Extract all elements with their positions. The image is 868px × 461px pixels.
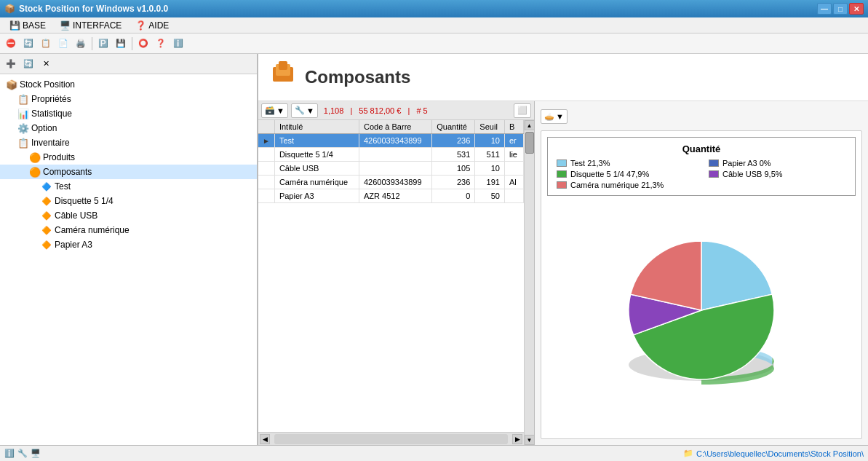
table-row[interactable]: Disquette 5 1/4 531 511 lie bbox=[258, 148, 524, 162]
option-icon: ⚙️ bbox=[17, 122, 29, 134]
row-arrow bbox=[258, 148, 274, 162]
tree-item-produits[interactable]: 🟠 Produits bbox=[0, 150, 257, 165]
tree-label-disquette: Disquette 5 1/4 bbox=[55, 196, 114, 206]
status-left: ℹ️ 🔧 🖥️ bbox=[4, 449, 41, 458]
stock-position-icon: 📦 bbox=[6, 79, 17, 90]
scroll-thumb[interactable] bbox=[525, 132, 534, 154]
tree-label-option: Option bbox=[31, 123, 57, 133]
status-path-text: C:\Users\blequellec\Documents\Stock Posi… bbox=[696, 449, 864, 458]
tree-item-camera[interactable]: 🔶 Caméra numérique bbox=[0, 223, 257, 237]
scroll-right-btn[interactable]: ▶ bbox=[512, 434, 522, 444]
table-expand-btn[interactable]: ⬜ bbox=[514, 103, 531, 118]
table-footer-scrollbar: ◀ ▶ bbox=[258, 432, 524, 445]
row-b: Al bbox=[504, 176, 523, 189]
chart-type-btn[interactable]: 🥧 ▼ bbox=[541, 109, 568, 124]
papier-icon: 🔶 bbox=[41, 239, 52, 251]
toolbar-info[interactable]: ℹ️ bbox=[170, 36, 186, 52]
menu-interface[interactable]: 🖥️ INTERFACE bbox=[53, 18, 127, 33]
menu-base[interactable]: 💾 BASE bbox=[3, 18, 52, 33]
table-tool-settings[interactable]: 🔧 ▼ bbox=[291, 103, 318, 118]
tree-label-produits: Produits bbox=[43, 152, 75, 162]
tree-item-cable-usb[interactable]: 🔶 Câble USB bbox=[0, 208, 257, 223]
svg-rect-2 bbox=[279, 61, 287, 70]
tree-label-proprietes: Propriétés bbox=[31, 94, 71, 104]
tree-area: 📦 Stock Position 📋 Propriétés 📊 Statisti… bbox=[0, 74, 257, 445]
tree-refresh-button[interactable]: 🔄 bbox=[20, 56, 36, 72]
right-panel: Composants 🗃️ ▼ 🔧 ▼ 1,108 bbox=[258, 54, 868, 445]
legend-label-cable: Câble USB 9,5% bbox=[722, 170, 783, 178]
legend-item-test: Test 21,3% bbox=[557, 159, 694, 168]
table-tool-filter[interactable]: 🗃️ ▼ bbox=[261, 103, 288, 118]
tree-add-button[interactable]: ➕ bbox=[3, 56, 19, 72]
tree-item-option[interactable]: ⚙️ Option bbox=[0, 121, 257, 135]
toolbar-p[interactable]: 🅿️ bbox=[95, 36, 111, 52]
legend-color-disquette bbox=[557, 170, 567, 178]
tree-item-papier[interactable]: 🔶 Papier A3 bbox=[0, 237, 257, 252]
statistique-icon: 📊 bbox=[17, 108, 29, 119]
tree-item-proprietes[interactable]: 📋 Propriétés bbox=[0, 92, 257, 106]
tree-item-composants[interactable]: 🟠 Composants bbox=[0, 165, 257, 179]
row-name: Caméra numérique bbox=[274, 176, 359, 189]
title-bar-left: 📦 Stock Position for Windows v1.0.0.0 bbox=[4, 4, 168, 14]
data-table[interactable]: Intitulé Code à Barre Quantité Seuil B bbox=[258, 120, 524, 432]
toolbar-help[interactable]: ❓ bbox=[153, 36, 169, 52]
toolbar-copy[interactable]: 📋 bbox=[38, 36, 54, 52]
row-name: Papier A3 bbox=[274, 189, 359, 203]
tree-item-inventaire[interactable]: 📋 Inventaire bbox=[0, 135, 257, 150]
col-qty: Quantité bbox=[432, 120, 475, 134]
stat-count: 1,108 bbox=[324, 106, 344, 115]
cable-icon: 🔶 bbox=[41, 210, 52, 221]
row-seuil: 50 bbox=[475, 189, 505, 203]
toolbar-refresh[interactable]: 🔄 bbox=[20, 36, 36, 52]
legend-color-test bbox=[557, 159, 567, 167]
toolbar-doc[interactable]: 📄 bbox=[55, 36, 71, 52]
minimize-button[interactable]: — bbox=[817, 3, 832, 15]
tree-item-test[interactable]: 🔷 Test bbox=[0, 179, 257, 194]
row-arrow: ► bbox=[258, 134, 274, 148]
toolbar-print[interactable]: 🖨️ bbox=[73, 36, 89, 52]
settings-icon: 🔧 bbox=[295, 106, 305, 115]
row-b: er bbox=[504, 134, 523, 148]
tree-label-test: Test bbox=[55, 181, 71, 192]
scroll-left-btn[interactable]: ◀ bbox=[260, 434, 270, 444]
status-monitor-icon: 🖥️ bbox=[31, 449, 41, 458]
filter-icon: 🗃️ bbox=[265, 106, 275, 115]
row-seuil: 511 bbox=[475, 148, 505, 162]
toolbar-save[interactable]: 💾 bbox=[113, 36, 129, 52]
table-row[interactable]: Caméra numérique 4260039343899 236 191 A… bbox=[258, 176, 524, 189]
row-name: Disquette 5 1/4 bbox=[274, 148, 359, 162]
legend-item-disquette: Disquette 5 1/4 47,9% bbox=[557, 170, 694, 178]
row-name: Test bbox=[274, 134, 359, 148]
table-row[interactable]: Câble USB 105 10 bbox=[258, 162, 524, 176]
row-code: 4260039343899 bbox=[359, 176, 431, 189]
tree-item-stock-position[interactable]: 📦 Stock Position bbox=[0, 77, 257, 92]
stat-separator2: | bbox=[407, 106, 412, 115]
row-code: AZR 4512 bbox=[359, 189, 431, 203]
scroll-up-btn[interactable]: ▲ bbox=[525, 120, 535, 130]
tree-item-statistique[interactable]: 📊 Statistique bbox=[0, 106, 257, 121]
status-path: 📁 C:\Users\blequellec\Documents\Stock Po… bbox=[683, 449, 864, 458]
table-row[interactable]: ► Test 4260039343899 236 10 er bbox=[258, 134, 524, 148]
toolbar-stop[interactable]: ⛔ bbox=[3, 36, 19, 52]
row-code: 4260039343899 bbox=[359, 134, 431, 148]
left-panel: ➕ 🔄 ✕ 📦 Stock Position 📋 Propriétés 📊 St bbox=[0, 54, 258, 445]
tree-delete-button[interactable]: ✕ bbox=[38, 56, 54, 72]
toolbar: ⛔ 🔄 📋 📄 🖨️ 🅿️ 💾 ⭕ ❓ ℹ️ bbox=[0, 34, 868, 54]
close-button[interactable]: ✕ bbox=[849, 3, 864, 15]
table-row[interactable]: Papier A3 AZR 4512 0 50 bbox=[258, 189, 524, 203]
menu-aide[interactable]: ❓ AIDE bbox=[129, 18, 175, 33]
horizontal-scrollbar[interactable] bbox=[274, 434, 508, 444]
legend-grid: Test 21,3% Papier A3 0% Disquette 5 1/4 … bbox=[557, 159, 846, 189]
inventaire-icon: 📋 bbox=[17, 137, 29, 149]
scroll-down-btn[interactable]: ▼ bbox=[525, 435, 535, 445]
table-stats: 1,108 | 55 812,00 € | # 5 bbox=[324, 106, 432, 115]
tree-label-camera: Caméra numérique bbox=[55, 225, 130, 235]
tree-label-stock-position: Stock Position bbox=[20, 79, 75, 90]
tree-item-disquette[interactable]: 🔶 Disquette 5 1/4 bbox=[0, 194, 257, 208]
maximize-button[interactable]: □ bbox=[833, 3, 848, 15]
table-content-wrapper: Intitulé Code à Barre Quantité Seuil B bbox=[258, 120, 534, 445]
tree-label-composants: Composants bbox=[43, 167, 92, 177]
legend-item-camera: Caméra numérique 21,3% bbox=[557, 181, 694, 189]
toolbar-circle[interactable]: ⭕ bbox=[135, 36, 151, 52]
chart-dropdown-icon: ▼ bbox=[556, 112, 564, 121]
